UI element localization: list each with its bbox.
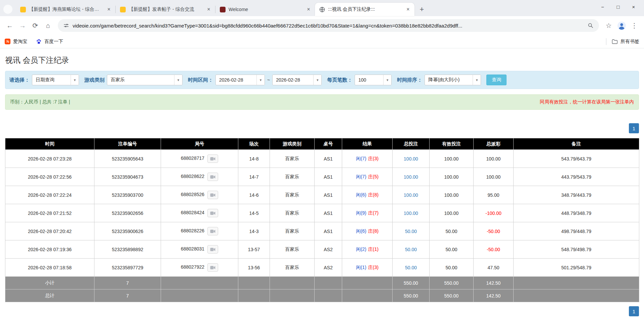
header-payout: 总派彩: [474, 138, 514, 150]
total-bet-link[interactable]: 100.00: [404, 174, 418, 180]
cell-table-no: AS2: [315, 259, 342, 277]
cell-valid-bet: 100.00: [430, 186, 474, 204]
replay-video-button[interactable]: [207, 209, 218, 217]
date-to-input[interactable]: 2026-02-28 ▾: [272, 75, 322, 85]
replay-video-button[interactable]: [207, 154, 218, 163]
reload-icon[interactable]: ⟳: [29, 19, 42, 32]
cell-payout: -50.00: [474, 240, 514, 259]
tab-close-icon[interactable]: ×: [306, 6, 312, 12]
cell-total-bet: 100.00: [393, 150, 430, 168]
table-row: 2026-02-28 07:20:42 523235900626 6880282…: [5, 222, 639, 240]
cell-valid-bet: 100.00: [430, 168, 474, 186]
date-from-input[interactable]: 2026-02-28 ▾: [215, 75, 265, 85]
replay-video-button[interactable]: [207, 245, 218, 254]
cell-result: 闲(1)庄(3): [342, 259, 393, 277]
tab-bet-records-active[interactable]: :::视讯 会员下注纪录::: ×: [315, 3, 414, 16]
cell-table-no: AS1: [315, 150, 342, 168]
tab-close-icon[interactable]: ×: [106, 6, 112, 12]
bookmark-taobao[interactable]: 淘 爱淘宝: [5, 39, 27, 45]
cell-total-bet: 50.00: [393, 259, 430, 277]
page-1-button[interactable]: 1: [629, 306, 639, 316]
cell-valid-bet: 50.00: [430, 222, 474, 240]
cell-payout: -100.00: [474, 204, 514, 222]
replay-video-button[interactable]: [207, 173, 218, 181]
pagination-bottom: 1: [5, 306, 639, 316]
tab-forum-post[interactable]: 【新提醒】发表帖子 - 综合交流 ×: [116, 3, 215, 16]
menu-icon[interactable]: ⋮: [628, 19, 641, 32]
chevron-down-icon[interactable]: ▾: [71, 75, 79, 85]
replay-video-button[interactable]: [207, 191, 218, 199]
cell-session: 13-56: [238, 259, 270, 277]
footer-empty-cell: [161, 289, 238, 302]
total-bet-link[interactable]: 50.00: [405, 265, 417, 270]
tab-title: 【新提醒】发表帖子 - 综合交流: [129, 6, 203, 12]
page-size-select[interactable]: 100 ▾: [355, 75, 392, 85]
total-bet-link[interactable]: 100.00: [404, 211, 418, 216]
chevron-down-icon[interactable]: ▾: [174, 75, 182, 85]
cell-session: 14-5: [238, 204, 270, 222]
cell-game-type: 百家乐: [270, 204, 315, 222]
tab-strip: 【新提醒】海燕策略论坛 - 综合… × 【新提醒】发表帖子 - 综合交流 × W…: [0, 0, 644, 16]
forward-icon[interactable]: →: [16, 19, 29, 32]
tab-title: :::视讯 会员下注纪录:::: [328, 6, 402, 12]
cell-note: 543.79/643.79: [514, 150, 639, 168]
chevron-down-icon[interactable]: ▾: [383, 75, 391, 85]
all-bookmarks-button[interactable]: 所有书签: [612, 39, 639, 45]
query-type-select[interactable]: 日期查询 ▾: [32, 75, 79, 85]
bookmark-star-icon[interactable]: ☆: [602, 19, 615, 32]
total-bet-link[interactable]: 100.00: [404, 156, 418, 162]
replay-video-button[interactable]: [207, 227, 218, 235]
total-total-bet: 550.00: [393, 289, 430, 302]
tab-close-icon[interactable]: ×: [206, 6, 212, 12]
footer-empty-cell: [342, 277, 393, 289]
site-info-icon[interactable]: [63, 22, 69, 29]
cell-game-type: 百家乐: [270, 168, 315, 186]
new-tab-button[interactable]: +: [416, 4, 427, 15]
table-row: 2026-02-28 07:23:28 523235905643 6880287…: [5, 150, 639, 168]
footer-empty-cell: [315, 277, 342, 289]
cell-game-type: 百家乐: [270, 222, 315, 240]
back-icon[interactable]: ←: [3, 19, 16, 32]
currency-total-text: 币别：人民币 | 总共 :7 注单 |: [10, 99, 70, 105]
cell-table-no: AS1: [315, 222, 342, 240]
cell-time: 2026-02-28 07:22:24: [5, 186, 94, 204]
maximize-button[interactable]: □: [610, 0, 626, 13]
home-icon[interactable]: ⌂: [42, 19, 54, 32]
url-text[interactable]: videoie.com/game/betrecord_search/kind3?…: [73, 23, 462, 29]
cell-table-no: AS1: [315, 204, 342, 222]
cell-bet-no: 523235904673: [94, 168, 161, 186]
total-bet-link[interactable]: 50.00: [405, 229, 417, 234]
header-session: 场次: [238, 138, 270, 150]
minimize-button[interactable]: −: [595, 0, 610, 13]
page-1-button[interactable]: 1: [629, 123, 639, 133]
bookmark-baidu[interactable]: 百度一下: [36, 39, 63, 45]
bet-records-table: 时间 注单编号 局号 场次 游戏类别 桌号 结果 总投注 有效投注 总派彩 备注…: [5, 138, 639, 302]
search-lens-icon[interactable]: [588, 22, 594, 29]
subtotal-row: 小计 7 550.00 550.00 142.50: [5, 277, 639, 289]
total-bet-link[interactable]: 100.00: [404, 192, 418, 198]
pagination-top: 1: [5, 123, 639, 133]
total-bet-link[interactable]: 50.00: [405, 247, 417, 252]
chevron-down-icon[interactable]: ▾: [473, 75, 481, 85]
footer-empty-cell: [270, 289, 315, 302]
footer-empty-cell: [270, 277, 315, 289]
search-button[interactable]: 查询: [486, 75, 507, 85]
tab-close-icon[interactable]: ×: [405, 6, 411, 12]
tab-forum-thread[interactable]: 【新提醒】海燕策略论坛 - 综合… ×: [16, 3, 115, 16]
bookmarks-divider: [606, 38, 606, 45]
cell-time: 2026-02-28 07:23:28: [5, 150, 94, 168]
chevron-down-icon[interactable]: ▾: [256, 75, 265, 85]
close-window-button[interactable]: ×: [626, 0, 641, 13]
header-time: 时间: [5, 138, 94, 150]
replay-video-button[interactable]: [207, 263, 218, 272]
cell-round-no: 688028226: [161, 222, 238, 240]
profile-avatar-icon[interactable]: [616, 20, 627, 31]
header-note: 备注: [514, 138, 639, 150]
sort-order-select[interactable]: 降幂(由大到小) ▾: [425, 75, 481, 85]
chevron-down-icon[interactable]: ▾: [313, 75, 321, 85]
url-bar[interactable]: videoie.com/game/betrecord_search/kind3?…: [58, 19, 599, 32]
game-type-select[interactable]: 百家乐 ▾: [107, 75, 183, 85]
cell-session: 14-8: [238, 150, 270, 168]
tab-welcome[interactable]: Welcome ×: [215, 3, 315, 16]
cell-bet-no: 523235900626: [94, 222, 161, 240]
